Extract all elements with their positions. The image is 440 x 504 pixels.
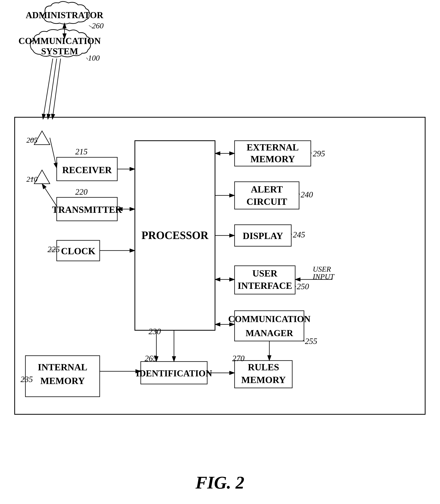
int-mem-label2: MEMORY	[40, 376, 85, 386]
transmitter-label: TRANSMITTER	[52, 204, 122, 215]
processor-ref: 230	[149, 327, 161, 336]
svg-line-6	[43, 59, 53, 119]
comm-system-label2: SYSTEM	[41, 46, 78, 56]
svg-line-23	[295, 286, 296, 287]
svg-line-21	[291, 233, 292, 234]
administrator-cloud: ADMINISTRATOR	[26, 1, 103, 24]
svg-line-9	[30, 139, 34, 140]
svg-line-17	[311, 152, 312, 153]
user-input-label2: INPUT	[313, 272, 335, 281]
comm-mgr-label1: COMMUNICATION	[228, 314, 311, 324]
identification-label: IDENTIFICATION	[136, 368, 212, 378]
int-mem-label1: INTERNAL	[38, 362, 87, 372]
display-box	[234, 225, 291, 246]
comm-system-ref: 100	[88, 54, 100, 62]
svg-line-19	[299, 193, 300, 194]
svg-line-11	[50, 138, 57, 168]
comm-mgr-ref: 255	[305, 337, 317, 346]
transmitter-box	[57, 197, 117, 221]
rules-mem-label2: MEMORY	[241, 375, 286, 385]
svg-line-28	[23, 379, 25, 379]
svg-line-12	[42, 184, 57, 206]
comm-system-label: COMMUNICATION	[19, 36, 101, 46]
svg-line-3	[89, 25, 92, 27]
clock-box	[57, 240, 100, 261]
ui-label1: USER	[252, 268, 277, 278]
int-mem-ref: 235	[21, 375, 33, 384]
user-input-label1: USER	[313, 265, 331, 273]
internal-memory-box	[25, 356, 100, 397]
rules-mem-label1: RULES	[248, 362, 279, 372]
identification-ref: 265	[145, 354, 157, 363]
antenna2-symbol	[34, 170, 50, 184]
clock-label: CLOCK	[61, 246, 95, 256]
receiver-ref: 215	[75, 147, 88, 156]
ext-memory-label2: MEMORY	[250, 154, 295, 164]
alert-circuit-box	[234, 182, 299, 209]
user-interface-box	[234, 266, 295, 294]
svg-line-4	[86, 58, 88, 60]
antenna2-ref: 210	[26, 175, 38, 183]
rules-memory-box	[234, 361, 292, 388]
svg-line-15	[49, 250, 57, 250]
processor-label: PROCESSOR	[141, 229, 208, 241]
figure-caption: FIG. 2	[195, 473, 244, 492]
ui-label2: INTERFACE	[237, 280, 292, 291]
svg-line-7	[48, 59, 57, 119]
svg-line-8	[52, 59, 61, 119]
svg-line-10	[30, 178, 34, 179]
alert-circuit-label2: CIRCUIT	[247, 196, 287, 207]
ext-memory-box	[234, 141, 311, 166]
antenna1-ref: 205	[26, 136, 38, 144]
svg-line-26	[303, 340, 304, 341]
ui-ref: 250	[297, 282, 309, 291]
clock-ref: 225	[47, 245, 60, 254]
comm-manager-box	[234, 311, 304, 341]
comm-mgr-label2: MANAGER	[246, 328, 293, 338]
rules-mem-ref: 270	[232, 354, 245, 363]
main-outer-box	[15, 117, 425, 414]
comm-system-cloud: COMMUNICATION SYSTEM	[19, 29, 101, 57]
receiver-label: RECEIVER	[62, 165, 112, 175]
ext-memory-label1: EXTERNAL	[247, 142, 299, 152]
ext-memory-ref: 295	[313, 149, 325, 158]
admin-ref: 260	[92, 21, 104, 30]
antenna1-symbol	[34, 131, 50, 145]
svg-line-29	[234, 360, 235, 361]
admin-label: ADMINISTRATOR	[26, 10, 103, 20]
alert-circuit-ref: 240	[301, 190, 313, 199]
receiver-box	[57, 157, 117, 181]
display-label: DISPLAY	[243, 231, 283, 241]
display-ref: 245	[293, 230, 305, 239]
transmitter-ref: 220	[75, 187, 88, 196]
alert-circuit-label1: ALERT	[251, 184, 283, 194]
processor-box	[135, 141, 215, 330]
identification-box	[141, 362, 207, 384]
